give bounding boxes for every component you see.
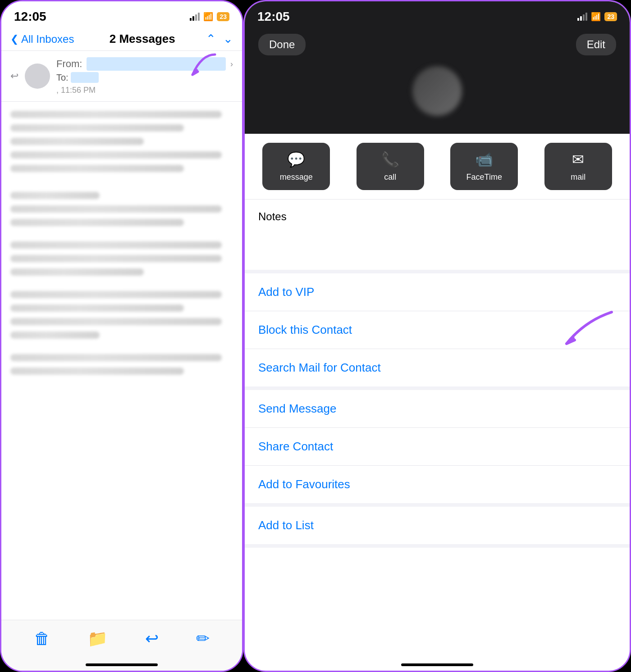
facetime-label: FaceTime — [466, 173, 502, 182]
call-label: call — [384, 173, 396, 182]
mail-label: mail — [571, 173, 585, 182]
signal-icon — [190, 13, 200, 21]
sender-avatar — [25, 64, 50, 89]
status-icons-right: 📶 23 — [577, 12, 617, 22]
notes-label: Notes — [258, 210, 287, 222]
add-favourites-text: Add to Favourites — [258, 477, 350, 491]
status-icons-left: 📶 23 — [190, 12, 229, 22]
mail-meta: From: › To: , 11:56 PM — [56, 57, 233, 95]
body-line-7 — [10, 205, 222, 213]
mail-icon: ✉ — [572, 151, 584, 168]
add-favourites-item[interactable]: Add to Favourites — [245, 466, 630, 503]
block-contact-text: Block this Contact — [258, 323, 352, 336]
time-left: 12:05 — [14, 9, 46, 24]
mail-time: , 11:56 PM — [56, 86, 233, 95]
to-value — [71, 72, 99, 83]
from-line: From: › — [56, 57, 233, 71]
back-button[interactable]: ❮ All Inboxes — [10, 33, 74, 45]
mail-button[interactable]: ✉ mail — [544, 143, 612, 190]
mail-body — [1, 102, 242, 390]
signal-bar-2 — [192, 16, 194, 21]
body-line-2 — [10, 124, 184, 132]
contact-notes: Notes — [245, 200, 630, 273]
body-line-9 — [10, 241, 222, 249]
to-label: To: — [56, 73, 69, 82]
add-to-list-text: Add to List — [258, 518, 314, 532]
chevron-left-icon: ❮ — [10, 33, 18, 45]
compose-button[interactable]: ✏ — [196, 629, 210, 648]
home-indicator-right — [401, 663, 473, 666]
contact-header-buttons: Done Edit — [258, 27, 616, 62]
nav-up-icon[interactable]: ⌃ — [206, 32, 216, 46]
send-message-text: Send Message — [258, 402, 336, 415]
menu-group-1: Add to VIP Block this Contact Search Mai… — [245, 273, 630, 390]
body-line-15 — [10, 331, 100, 339]
search-mail-item[interactable]: Search Mail for Contact — [245, 349, 630, 386]
signal-icon-right — [577, 13, 587, 21]
body-line-17 — [10, 368, 184, 375]
body-line-3 — [10, 138, 144, 145]
home-indicator-left — [86, 663, 158, 666]
message-icon: 💬 — [287, 151, 305, 168]
add-to-vip-text: Add to VIP — [258, 285, 314, 299]
menu-group-2: Send Message Share Contact Add to Favour… — [245, 390, 630, 507]
time-right: 12:05 — [257, 9, 290, 24]
facetime-icon: 📹 — [475, 151, 493, 168]
status-bar-right: 12:05 📶 23 — [245, 1, 630, 27]
signal-bar-r3 — [583, 14, 585, 21]
body-line-11 — [10, 268, 144, 276]
add-to-vip-item[interactable]: Add to VIP — [245, 273, 630, 311]
share-contact-item[interactable]: Share Contact — [245, 428, 630, 466]
wifi-icon: 📶 — [203, 12, 213, 22]
action-buttons-row: 💬 message 📞 call 📹 FaceTime ✉ mail — [245, 134, 630, 200]
done-button[interactable]: Done — [258, 34, 306, 55]
from-value — [87, 57, 226, 71]
call-button[interactable]: 📞 call — [357, 143, 424, 190]
signal-bar-r1 — [577, 18, 579, 21]
facetime-button[interactable]: 📹 FaceTime — [450, 143, 518, 190]
wifi-icon-right: 📶 — [591, 12, 601, 22]
send-message-item[interactable]: Send Message — [245, 390, 630, 428]
body-line-10 — [10, 255, 222, 262]
message-label: message — [280, 173, 313, 182]
delete-button[interactable]: 🗑 — [34, 629, 50, 648]
body-line-14 — [10, 318, 222, 325]
signal-bar-3 — [195, 14, 197, 21]
menu-group-3: Add to List — [245, 507, 630, 548]
body-line-16 — [10, 354, 222, 361]
add-to-list-item[interactable]: Add to List — [245, 507, 630, 544]
body-line-12 — [10, 291, 222, 298]
to-line: To: — [56, 73, 233, 83]
status-bar-left: 12:05 📶 23 — [1, 1, 242, 27]
reply-icon: ↩ — [10, 70, 18, 82]
contact-avatar — [412, 66, 462, 116]
block-contact-item[interactable]: Block this Contact — [245, 311, 630, 349]
nav-down-icon[interactable]: ⌄ — [223, 32, 233, 46]
folder-button[interactable]: 📁 — [87, 629, 108, 648]
body-line-5 — [10, 165, 184, 172]
signal-bar-r4 — [585, 13, 587, 21]
signal-bar-r2 — [580, 16, 582, 21]
contact-avatar-area — [258, 62, 616, 125]
battery-right: 23 — [604, 12, 617, 21]
mail-header: ❮ All Inboxes 2 Messages ⌃ ⌄ — [1, 27, 242, 51]
reply-button[interactable]: ↩ — [145, 629, 159, 648]
signal-bar-1 — [190, 18, 192, 21]
body-line-8 — [10, 219, 184, 226]
mail-nav: ⌃ ⌄ — [206, 32, 233, 46]
search-mail-text: Search Mail for Contact — [258, 361, 381, 374]
contact-header: Done Edit — [245, 27, 630, 134]
call-icon: 📞 — [381, 151, 399, 168]
back-label: All Inboxes — [21, 33, 74, 45]
signal-bar-4 — [198, 13, 200, 21]
mail-from-row: ↩ From: › To: , 11:56 PM — [1, 51, 242, 102]
edit-button[interactable]: Edit — [576, 34, 616, 55]
from-label: From: — [56, 58, 82, 70]
expand-icon[interactable]: › — [230, 59, 233, 69]
body-line-6 — [10, 192, 100, 199]
body-line-4 — [10, 151, 222, 159]
battery-left: 23 — [217, 12, 229, 21]
left-phone: 12:05 📶 23 ❮ All Inboxes 2 Messages ⌃ ⌄ — [0, 0, 243, 672]
mail-title: 2 Messages — [78, 32, 206, 46]
message-button[interactable]: 💬 message — [262, 143, 330, 190]
